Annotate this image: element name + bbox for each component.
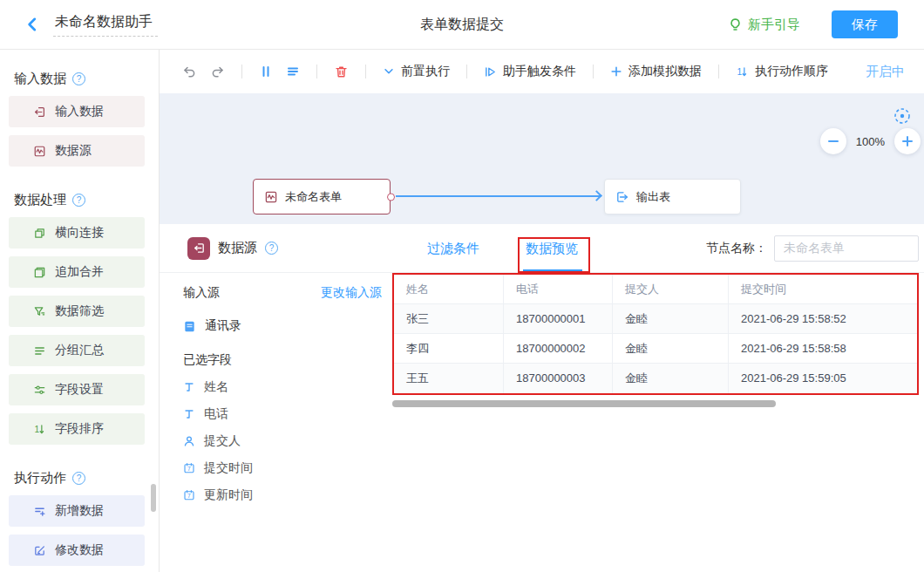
header-left: 未命名数据助手 (24, 0, 158, 49)
horizontal-join-icon (33, 227, 46, 240)
field-label: 更新时间 (204, 487, 253, 503)
sidebar-item-append-merge[interactable]: 追加合并 (9, 256, 145, 288)
data-source-badge-icon (187, 237, 210, 260)
edge-line (396, 195, 600, 197)
field-item[interactable]: 姓名 (183, 379, 382, 395)
sidebar-item-label: 数据源 (55, 143, 92, 159)
help-icon[interactable]: ? (72, 472, 85, 485)
bulb-icon (728, 17, 743, 32)
zoom-out-button[interactable] (820, 128, 846, 154)
header-right: 新手引导 保存 (728, 0, 898, 49)
tab-filter-conditions[interactable]: 过滤条件 (427, 241, 479, 257)
zoom-in-button[interactable] (894, 128, 921, 154)
zoom-level: 100% (856, 135, 885, 148)
sort-order-icon: 1 (736, 65, 749, 78)
field-label: 提交人 (204, 433, 241, 449)
action-order-label: 执行动作顺序 (755, 64, 828, 79)
form-node[interactable]: 未命名表单 (253, 179, 391, 214)
text-type-icon (183, 408, 195, 420)
field-sort-icon: 1 (33, 423, 46, 436)
add-mock-data-button[interactable]: 添加模拟数据 (610, 64, 702, 79)
sidebar-item-label: 修改数据 (55, 542, 104, 558)
help-icon[interactable]: ? (72, 194, 85, 207)
sidebar-item-input-data[interactable]: 输入数据 (9, 96, 145, 127)
field-item[interactable]: 7 提交时间 (183, 460, 382, 476)
redo-icon[interactable] (210, 65, 225, 79)
change-source-link[interactable]: 更改输入源 (321, 285, 382, 301)
sidebar-item-data-filter[interactable]: 数据筛选 (9, 296, 145, 327)
back-icon[interactable] (24, 17, 40, 32)
locate-target-icon[interactable] (891, 105, 914, 127)
sidebar-scrollbar[interactable] (151, 484, 156, 512)
calendar-icon: 7 (183, 462, 195, 474)
annotation-box-table: 姓名 电话 提交人 提交时间 张三 18700000001 金睦 2021-06… (392, 273, 919, 395)
tab-data-preview[interactable]: 数据预览 (526, 241, 578, 257)
field-label: 姓名 (204, 379, 228, 395)
align-rows-icon[interactable] (286, 65, 300, 78)
table-cell: 18700000003 (504, 364, 613, 393)
node-name-label: 节点名称： (706, 241, 767, 256)
sidebar-item-field-settings[interactable]: 字段设置 (9, 374, 145, 405)
sidebar-item-label: 追加合并 (55, 264, 104, 280)
add-data-icon (33, 505, 46, 518)
align-columns-icon[interactable] (259, 65, 273, 78)
svg-text:7: 7 (187, 466, 191, 472)
field-item[interactable]: 电话 (183, 406, 382, 422)
sidebar-item-field-sort[interactable]: 1 字段排序 (9, 413, 145, 445)
flow-canvas[interactable]: 未命名表单 输出表 100% (160, 93, 924, 224)
help-icon[interactable]: ? (72, 72, 85, 85)
sidebar-item-add-data[interactable]: 新增数据 (9, 495, 145, 527)
undo-icon[interactable] (182, 65, 197, 79)
field-item[interactable]: 7 更新时间 (183, 487, 382, 503)
canvas-toolbar: 前置执行 助手触发条件 添加模拟数据 1 执行动作顺序 (160, 50, 924, 93)
append-merge-icon (33, 266, 46, 279)
active-tab-underline (523, 269, 582, 272)
table-cell: 18700000001 (504, 304, 613, 334)
guide-label: 新手引导 (748, 17, 800, 33)
sidebar-item-label: 分组汇总 (55, 343, 104, 358)
table-header-cell: 姓名 (394, 275, 504, 304)
action-order-button[interactable]: 1 执行动作顺序 (736, 64, 828, 79)
form-node-icon (264, 190, 278, 204)
help-icon[interactable]: ? (265, 242, 278, 255)
input-source-label: 输入源 (183, 285, 220, 301)
table-horizontal-scrollbar[interactable] (392, 400, 776, 407)
pre-execute-label: 前置执行 (401, 64, 450, 79)
form-node-label: 未命名表单 (285, 189, 342, 205)
table-cell: 张三 (394, 304, 504, 334)
panel-body: 输入源 更改输入源 通讯录 已选字段 姓名 (160, 273, 924, 572)
table-header-cell: 提交时间 (729, 275, 917, 304)
assistant-title[interactable]: 未命名数据助手 (53, 13, 158, 37)
app-root: 未命名数据助手 表单数据提交 新手引导 保存 输入数据 ? (0, 0, 924, 572)
toolbar-divider (718, 65, 719, 78)
preview-table: 姓名 电话 提交人 提交时间 张三 18700000001 金睦 2021-06… (394, 275, 917, 393)
table-cell: 金睦 (613, 304, 729, 334)
sidebar: 输入数据 ? 输入数据 数据源 数据处理 (0, 50, 160, 572)
sidebar-item-label: 字段设置 (55, 382, 104, 398)
sidebar-item-data-source[interactable]: 数据源 (9, 135, 145, 167)
delete-icon[interactable] (334, 65, 349, 79)
field-settings-icon (33, 384, 46, 397)
toolbar-divider (241, 65, 242, 78)
node-connector[interactable] (387, 193, 395, 201)
sidebar-item-group-summary[interactable]: 分组汇总 (9, 335, 145, 366)
trigger-condition-button[interactable]: 助手触发条件 (484, 64, 576, 79)
field-item[interactable]: 提交人 (183, 433, 382, 449)
svg-text:1: 1 (737, 67, 742, 77)
status-toggle[interactable]: 开启中 (866, 64, 905, 80)
table-cell: 2021-06-29 15:59:05 (729, 364, 917, 393)
sidebar-item-modify-data[interactable]: 修改数据 (9, 535, 145, 566)
output-node[interactable]: 输出表 (604, 179, 741, 214)
save-button[interactable]: 保存 (832, 10, 898, 38)
person-icon (183, 435, 195, 447)
source-item-contacts[interactable]: 通讯录 (183, 318, 382, 334)
top-header: 未命名数据助手 表单数据提交 新手引导 保存 (0, 0, 924, 50)
table-header-cell: 电话 (504, 275, 613, 304)
pre-execute-button[interactable]: 前置执行 (383, 64, 450, 79)
svg-text:7: 7 (187, 493, 191, 499)
table-cell: 2021-06-29 15:58:58 (729, 334, 917, 364)
section-title-input-data: 输入数据 ? (0, 71, 159, 87)
beginner-guide-button[interactable]: 新手引导 (728, 17, 800, 33)
node-name-input[interactable] (774, 235, 919, 262)
sidebar-item-horizontal-join[interactable]: 横向连接 (9, 217, 145, 249)
